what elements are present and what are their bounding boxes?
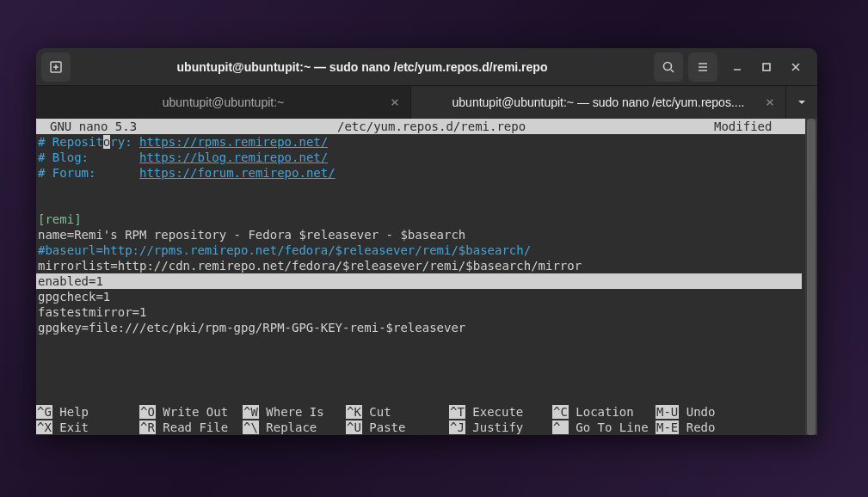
shortcut-writeout: ^O Write Out: [139, 404, 243, 420]
shortcut-location: ^C Location: [552, 404, 656, 420]
tab-1[interactable]: ubuntupit@ubuntupit:~: [36, 86, 411, 119]
editor-line: [36, 181, 817, 196]
editor-line: [36, 196, 817, 212]
editor-line: # Repository: https://rpms.remirepo.net/: [36, 134, 817, 150]
editor-line: # Forum: https://forum.remirepo.net/: [36, 165, 817, 181]
editor-line: [remi]: [36, 212, 817, 227]
minimize-button[interactable]: [728, 58, 747, 77]
svg-rect-2: [763, 64, 770, 71]
editor-line: gpgkey=file:///etc/pki/rpm-gpg/RPM-GPG-K…: [36, 320, 817, 335]
editor-line: mirrorlist=http://cdn.remirepo.net/fedor…: [36, 258, 817, 273]
tab-label: ubuntupit@ubuntupit:~ — sudo nano /etc/y…: [452, 95, 745, 109]
scroll-thumb[interactable]: [807, 119, 816, 435]
shortcut-paste: ^U Paste: [346, 420, 449, 435]
editor-line: enabled=1: [36, 273, 802, 289]
window-title: ubuntupit@ubuntupit:~ — sudo nano /etc/y…: [76, 60, 649, 74]
tab-close-icon[interactable]: [763, 95, 777, 109]
shortcut-help: ^G Help: [36, 404, 139, 420]
shortcut-whereis: ^W Where Is: [243, 404, 346, 420]
nano-statusbar: GNU nano 5.3 /etc/yum.repos.d/remi.repo …: [36, 119, 817, 134]
tabbar: ubuntupit@ubuntupit:~ ubuntupit@ubuntupi…: [36, 86, 817, 119]
editor-line: #baseurl=http://rpms.remirepo.net/fedora…: [36, 242, 817, 258]
shortcut-row-2: ^X Exit ^R Read File ^\ Replace ^U Paste…: [36, 420, 817, 435]
maximize-button[interactable]: [757, 58, 776, 77]
editor-line: name=Remi's RPM repository - Fedora $rel…: [36, 227, 817, 242]
tab-close-icon[interactable]: [388, 95, 402, 109]
tab-dropdown[interactable]: [786, 86, 817, 119]
svg-point-1: [664, 62, 672, 70]
editor-line: fastestmirror=1: [36, 304, 817, 320]
nano-version: GNU nano 5.3: [36, 119, 337, 134]
shortcut-exit: ^X Exit: [36, 420, 139, 435]
shortcut-cut: ^K Cut: [346, 404, 449, 420]
shortcut-redo: M-E Redo: [656, 420, 759, 435]
nano-shortcuts: ^G Help ^O Write Out ^W Where Is ^K Cut …: [36, 404, 817, 435]
search-button[interactable]: [654, 52, 683, 82]
shortcut-gotoline: ^_ Go To Line: [552, 420, 656, 435]
new-tab-button[interactable]: [41, 52, 71, 82]
shortcut-execute: ^T Execute: [449, 404, 552, 420]
shortcut-undo: M-U Undo: [656, 404, 759, 420]
tab-2[interactable]: ubuntupit@ubuntupit:~ — sudo nano /etc/y…: [411, 86, 786, 119]
titlebar: ubuntupit@ubuntupit:~ — sudo nano /etc/y…: [36, 48, 817, 86]
tab-label: ubuntupit@ubuntupit:~: [163, 95, 285, 109]
editor-line: # Blog: https://blog.remirepo.net/: [36, 150, 817, 165]
shortcut-replace: ^\ Replace: [243, 420, 346, 435]
nano-filename: /etc/yum.repos.d/remi.repo: [337, 119, 714, 134]
nano-modified: Modified: [714, 119, 817, 134]
shortcut-readfile: ^R Read File: [139, 420, 243, 435]
close-button[interactable]: [786, 58, 805, 77]
terminal-content[interactable]: GNU nano 5.3 /etc/yum.repos.d/remi.repo …: [36, 119, 817, 435]
terminal-window: ubuntupit@ubuntupit:~ — sudo nano /etc/y…: [36, 48, 817, 435]
shortcut-justify: ^J Justify: [449, 420, 552, 435]
shortcut-row-1: ^G Help ^O Write Out ^W Where Is ^K Cut …: [36, 404, 817, 420]
menu-button[interactable]: [688, 52, 717, 82]
scrollbar[interactable]: [805, 119, 817, 435]
editor-line: gpgcheck=1: [36, 289, 817, 304]
